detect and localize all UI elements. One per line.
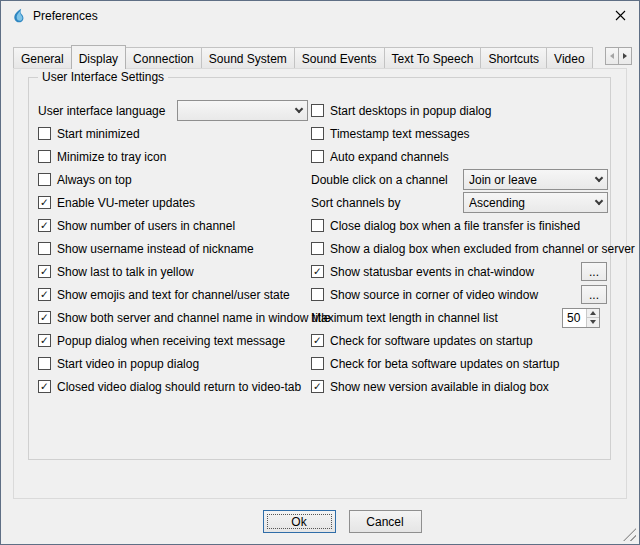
checkbox-label[interactable]: Always on top [57, 173, 132, 187]
close-button[interactable] [602, 2, 638, 29]
checkbox[interactable] [38, 173, 51, 186]
checkbox[interactable]: ✓ [38, 196, 51, 209]
checkbox-label[interactable]: Show source in corner of video window [330, 288, 573, 302]
checkbox-row: Show a dialog box when excluded from cha… [311, 237, 610, 260]
checkbox[interactable] [311, 104, 324, 117]
title-bar[interactable]: Preferences [1, 1, 639, 31]
checkbox-row: Minimize to tray icon [38, 145, 309, 168]
checkbox-row: Close dialog box when a file transfer is… [311, 214, 610, 237]
checkbox-label[interactable]: Auto expand channels [330, 150, 449, 164]
checkbox-label[interactable]: Popup dialog when receiving text message [57, 334, 285, 348]
checkbox-row: ✓Closed video dialog should return to vi… [38, 375, 309, 398]
language-combo[interactable] [177, 100, 308, 121]
checkbox-label[interactable]: Enable VU-meter updates [57, 196, 195, 210]
checkbox-label[interactable]: Minimize to tray icon [57, 150, 166, 164]
checkbox-label[interactable]: Show number of users in channel [57, 219, 235, 233]
checkbox[interactable] [311, 150, 324, 163]
checkbox-label[interactable]: Start video in popup dialog [57, 357, 199, 371]
cancel-button[interactable]: Cancel [349, 510, 422, 533]
video-source-row: Show source in corner of video window ..… [311, 283, 610, 306]
tab-shortcuts[interactable]: Shortcuts [480, 47, 547, 68]
spinner-buttons [586, 309, 599, 327]
checkbox-row: ✓Show number of users in channel [38, 214, 309, 237]
double-click-combo[interactable]: Join or leave [463, 169, 608, 190]
checkbox[interactable]: ✓ [38, 311, 51, 324]
checkbox[interactable]: ✓ [311, 265, 324, 278]
cancel-label: Cancel [366, 515, 403, 529]
ui-settings-group: User Interface Settings User interface l… [28, 77, 611, 460]
checkbox-label[interactable]: Close dialog box when a file transfer is… [330, 219, 580, 233]
tab-general[interactable]: General [13, 47, 72, 68]
checkbox-label[interactable]: Show statusbar events in chat-window [330, 265, 573, 279]
statusbar-events-config-button[interactable]: ... [581, 262, 607, 281]
checkbox-row: ✓Show last to talk in yellow [38, 260, 309, 283]
tab-sound-system[interactable]: Sound System [201, 47, 295, 68]
checkbox[interactable]: ✓ [38, 380, 51, 393]
statusbar-events-row: ✓ Show statusbar events in chat-window .… [311, 260, 610, 283]
checkbox[interactable] [38, 357, 51, 370]
checkbox-label[interactable]: Closed video dialog should return to vid… [57, 380, 301, 394]
checkbox[interactable] [311, 242, 324, 255]
tab-sound-events[interactable]: Sound Events [294, 47, 385, 68]
tab-scroll-control [605, 47, 632, 65]
checkbox-label[interactable]: Show both server and channel name in win… [57, 311, 331, 325]
checkbox-label[interactable]: Start desktops in popup dialog [330, 104, 491, 118]
checkbox[interactable]: ✓ [38, 265, 51, 278]
tab-connection[interactable]: Connection [125, 47, 202, 68]
checkbox[interactable]: ✓ [38, 334, 51, 347]
spin-down-button[interactable] [587, 318, 599, 327]
tab-video[interactable]: Video [546, 47, 592, 68]
checkbox-label[interactable]: Start minimized [57, 127, 140, 141]
tab-page-display: User Interface Settings User interface l… [13, 68, 627, 499]
checkbox[interactable]: ✓ [311, 334, 324, 347]
checkbox-row: Auto expand channels [311, 145, 610, 168]
double-click-label: Double click on a channel [311, 173, 463, 187]
chevron-down-icon [595, 173, 603, 181]
left-column: User interface language Start minimized … [38, 99, 309, 398]
right-column: Start desktops in popup dialog Timestamp… [311, 99, 610, 398]
checkbox[interactable] [38, 127, 51, 140]
ok-label: Ok [291, 515, 306, 529]
checkbox-label[interactable]: Show new version available in dialog box [330, 380, 549, 394]
checkbox-label[interactable]: Check for software updates on startup [330, 334, 533, 348]
down-arrow-icon [590, 320, 596, 324]
checkbox[interactable] [311, 357, 324, 370]
combo-value: Join or leave [469, 173, 537, 187]
combo-value: Ascending [469, 196, 525, 210]
checkbox-row: ✓Popup dialog when receiving text messag… [38, 329, 309, 352]
checkbox-label[interactable]: Show last to talk in yellow [57, 265, 194, 279]
checkbox-label[interactable]: Check for beta software updates on start… [330, 357, 559, 371]
spin-up-button[interactable] [587, 309, 599, 319]
window-title: Preferences [33, 9, 98, 23]
dialog-buttons: Ok Cancel [23, 510, 640, 533]
ok-button[interactable]: Ok [263, 510, 336, 533]
checkbox-label[interactable]: Show emojis and text for channel/user st… [57, 288, 290, 302]
video-source-config-button[interactable]: ... [581, 285, 607, 304]
checkbox[interactable]: ✓ [311, 380, 324, 393]
up-arrow-icon [590, 311, 596, 315]
max-text-label: Maximum text length in channel list [311, 311, 558, 325]
tab-scroll-left-button[interactable] [605, 47, 619, 65]
app-icon [10, 8, 26, 24]
right-arrow-icon [623, 53, 627, 59]
checkbox[interactable] [311, 288, 324, 301]
tab-scroll-right-button[interactable] [618, 47, 632, 65]
chevron-down-icon [295, 104, 303, 112]
checkbox[interactable] [38, 242, 51, 255]
sort-channels-combo[interactable]: Ascending [463, 192, 608, 213]
checkbox-label[interactable]: Timestamp text messages [330, 127, 470, 141]
checkbox[interactable] [311, 127, 324, 140]
checkbox-label[interactable]: Show a dialog box when excluded from cha… [330, 242, 635, 256]
spinner-value: 50 [563, 309, 586, 327]
tab-text-to-speech[interactable]: Text To Speech [384, 47, 482, 68]
checkbox[interactable]: ✓ [38, 219, 51, 232]
checkbox[interactable] [38, 150, 51, 163]
tab-display[interactable]: Display [71, 45, 126, 69]
double-click-row: Double click on a channel Join or leave [311, 168, 610, 191]
checkbox[interactable] [311, 219, 324, 232]
checkbox[interactable]: ✓ [38, 288, 51, 301]
checkbox-row: Start video in popup dialog [38, 352, 309, 375]
max-text-spinner[interactable]: 50 [562, 308, 600, 328]
checkbox-row: Start minimized [38, 122, 309, 145]
checkbox-label[interactable]: Show username instead of nickname [57, 242, 254, 256]
